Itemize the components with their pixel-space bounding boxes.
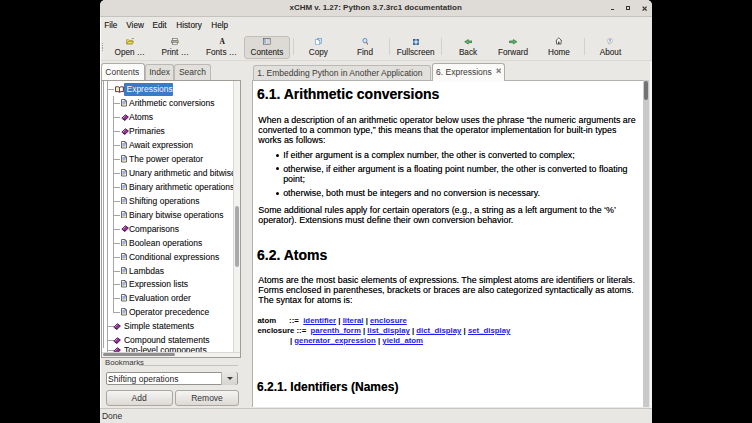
svg-text:A: A [220, 37, 226, 44]
